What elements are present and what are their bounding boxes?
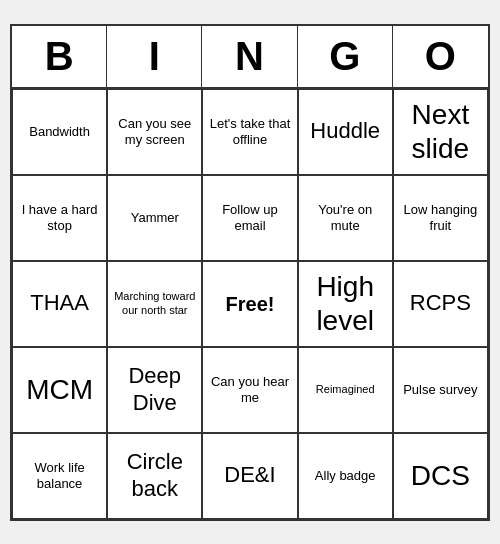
bingo-cell[interactable]: Low hanging fruit bbox=[393, 175, 488, 261]
header-letter: G bbox=[298, 26, 393, 87]
bingo-cell[interactable]: You're on mute bbox=[298, 175, 393, 261]
header-letter: O bbox=[393, 26, 488, 87]
bingo-cell[interactable]: Bandwidth bbox=[12, 89, 107, 175]
bingo-cell[interactable]: Marching toward our north star bbox=[107, 261, 202, 347]
header-letter: I bbox=[107, 26, 202, 87]
bingo-cell[interactable]: I have a hard stop bbox=[12, 175, 107, 261]
bingo-cell[interactable]: Can you see my screen bbox=[107, 89, 202, 175]
bingo-cell[interactable]: Ally badge bbox=[298, 433, 393, 519]
header-letter: N bbox=[202, 26, 297, 87]
header-letter: B bbox=[12, 26, 107, 87]
bingo-grid: BandwidthCan you see my screenLet's take… bbox=[12, 89, 488, 519]
bingo-cell[interactable]: Deep Dive bbox=[107, 347, 202, 433]
bingo-cell[interactable]: DCS bbox=[393, 433, 488, 519]
bingo-cell[interactable]: Next slide bbox=[393, 89, 488, 175]
bingo-cell[interactable]: Free! bbox=[202, 261, 297, 347]
bingo-cell[interactable]: THAA bbox=[12, 261, 107, 347]
bingo-cell[interactable]: High level bbox=[298, 261, 393, 347]
bingo-cell[interactable]: RCPS bbox=[393, 261, 488, 347]
bingo-cell[interactable]: MCM bbox=[12, 347, 107, 433]
bingo-cell[interactable]: Circle back bbox=[107, 433, 202, 519]
bingo-cell[interactable]: Pulse survey bbox=[393, 347, 488, 433]
bingo-header: BINGO bbox=[12, 26, 488, 89]
bingo-cell[interactable]: Huddle bbox=[298, 89, 393, 175]
bingo-card: BINGO BandwidthCan you see my screenLet'… bbox=[10, 24, 490, 521]
bingo-cell[interactable]: Yammer bbox=[107, 175, 202, 261]
bingo-cell[interactable]: Reimagined bbox=[298, 347, 393, 433]
bingo-cell[interactable]: Follow up email bbox=[202, 175, 297, 261]
bingo-cell[interactable]: Let's take that offline bbox=[202, 89, 297, 175]
bingo-cell[interactable]: DE&I bbox=[202, 433, 297, 519]
bingo-cell[interactable]: Work life balance bbox=[12, 433, 107, 519]
bingo-cell[interactable]: Can you hear me bbox=[202, 347, 297, 433]
